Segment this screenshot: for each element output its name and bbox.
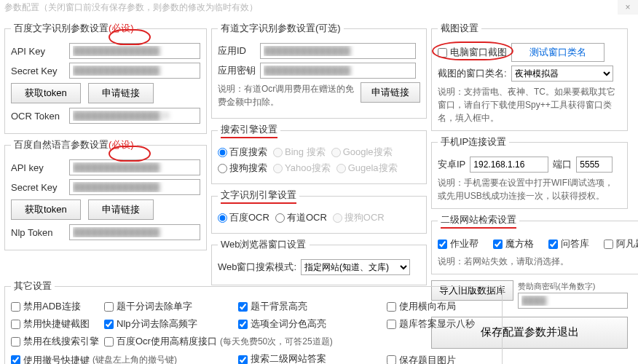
screenshot-group: 截图设置 电脑窗口截图 测试窗口类名 截图的窗口类名: 夜神模拟器 说明：支持雷…	[431, 22, 628, 131]
baidu-ocr-token-input[interactable]	[69, 108, 200, 124]
cb-mofangge[interactable]: 魔方格	[493, 237, 544, 250]
radio-yahoo-search: Yahoo搜索	[273, 162, 331, 175]
secondary-site-group: 二级网站检索设置 作业帮 魔方格 问答库 阿凡题 说明：若网站失效，请取消选择。	[431, 213, 638, 274]
baidu-ocr-token-label: OCR Token	[11, 111, 65, 122]
radio-sogou-ocr: 搜狗OCR	[333, 211, 385, 224]
ocr-engine-legend: 文字识别引擎设置	[218, 189, 299, 204]
radio-youdao-ocr[interactable]: 有道OCR	[275, 211, 327, 224]
sponsor-label: 赞助商密码(半角数字)	[518, 280, 628, 293]
baidu-nlp-get-token-button[interactable]: 获取token	[11, 199, 81, 220]
cb-answer-8s[interactable]: 题库答案显示八秒	[387, 317, 496, 331]
screenshot-legend: 截图设置	[438, 22, 481, 35]
youdao-legend: 有道文字识别参数设置(可选)	[218, 22, 344, 35]
baidu-ocr-apply-link-button[interactable]: 申请链接	[88, 83, 154, 103]
baidu-nlp-group: 百度自然语言参数设置(必设) API key Secret Key 获取toke…	[4, 138, 207, 250]
titlebar: 参数配置（关闭窗口前没有保存参数，则参数的修改为临时有效） ×	[0, 0, 638, 16]
cb-window-capture[interactable]: 电脑窗口截图	[438, 46, 507, 59]
ocr-engine-group: 文字识别引擎设置 百度OCR 有道OCR 搜狗OCR	[211, 189, 427, 234]
sponsor-input[interactable]	[518, 293, 628, 309]
cb-undo-hotkey[interactable]: 使用撤号快捷键(键盘左上角的撤号键)	[11, 352, 235, 364]
cb-zuoyebang[interactable]: 作业帮	[438, 237, 489, 250]
android-ip-input[interactable]	[470, 157, 548, 173]
port-input[interactable]	[576, 157, 613, 173]
cb-nlp-remove-high[interactable]: Nlp分词去除高频字	[104, 317, 235, 331]
close-icon[interactable]: ×	[618, 0, 638, 15]
radio-baidu-ocr[interactable]: 百度OCR	[218, 211, 269, 224]
cb-disable-adb[interactable]: 禁用ADB连接	[11, 300, 101, 313]
baidu-nlp-secret-input[interactable]	[69, 179, 200, 195]
cb-disable-hotkey-shot[interactable]: 禁用快捷键截图	[11, 317, 101, 331]
baidu-nlp-apikey-label: API key	[11, 162, 65, 173]
baidu-nlp-apply-link-button[interactable]: 申请链接	[88, 199, 154, 220]
baidu-ocr-secret-input[interactable]	[69, 63, 200, 79]
baidu-ocr-get-token-button[interactable]: 获取token	[11, 83, 81, 103]
baidu-ocr-legend: 百度文字识别参数设置(必设)	[11, 22, 137, 35]
youdao-appkey-label: 应用密钥	[218, 64, 256, 77]
youdao-appkey-input[interactable]	[260, 63, 416, 79]
radio-baidu-search[interactable]: 百度搜索	[218, 146, 267, 159]
youdao-appid-label: 应用ID	[218, 44, 256, 58]
youdao-note: 说明：有道Ocr调用费用在赠送的免费金额中扣除。	[218, 82, 356, 108]
misc-group: 其它设置 禁用ADB连接 题干分词去除单字 题干背景高亮 使用横向布局 禁用快捷…	[4, 280, 503, 364]
baidu-nlp-legend: 百度自然语言参数设置(必设)	[11, 138, 137, 151]
cb-q-remove-word[interactable]: 题干分词去除单字	[104, 300, 235, 313]
baidu-ocr-apikey-label: API Key	[11, 46, 65, 57]
youdao-appid-input[interactable]	[260, 43, 416, 59]
baidu-ocr-apikey-input[interactable]	[69, 43, 200, 59]
phone-ip-group: 手机IP连接设置 安卓IP 端口 说明：手机需要在设置中打开WIFI调试选项，或…	[431, 135, 628, 209]
cb-save-question[interactable]: 保存题目图片	[387, 352, 496, 364]
cb-q-bg-highlight[interactable]: 题干背景高亮	[238, 300, 384, 313]
youdao-group: 有道文字识别参数设置(可选) 应用ID 应用密钥 说明：有道Ocr调用费用在赠送…	[211, 22, 427, 119]
screenshot-note: 说明：支持雷电、夜神、TC。如果要截取其它窗口，请自行下载使用Spy++工具获得…	[438, 85, 621, 124]
baidu-ocr-secret-label: Secret Key	[11, 66, 65, 76]
baidu-nlp-apikey-input[interactable]	[69, 159, 200, 175]
web-browser-legend: Web浏览器窗口设置	[218, 238, 310, 251]
baidu-nlp-token-input[interactable]	[69, 224, 200, 240]
web-mode-label: Web窗口搜索模式:	[218, 261, 296, 274]
misc-legend: 其它设置	[11, 280, 55, 293]
cb-horizontal-layout[interactable]: 使用横向布局	[387, 300, 496, 313]
test-window-class-button[interactable]: 测试窗口类名	[511, 43, 604, 62]
window-class-select[interactable]: 夜神模拟器	[511, 66, 613, 82]
phone-ip-note: 说明：手机需要在设置中打开WIFI调试选项，或先用USB线成功连接一次，以获得授…	[438, 176, 621, 202]
secondary-site-note: 说明：若网站失效，请取消选择。	[438, 255, 638, 268]
radio-google-search: Google搜索	[331, 146, 393, 159]
port-label: 端口	[553, 158, 572, 171]
radio-bing-search: Bing 搜索	[273, 146, 326, 159]
cb-option-color-highlight[interactable]: 选项全词分色高亮	[238, 317, 384, 331]
youdao-apply-link-button[interactable]: 申请链接	[361, 82, 420, 103]
window-class-label: 截图的窗口类名:	[438, 67, 507, 80]
radio-gugela-search: Gugela搜索	[336, 162, 398, 175]
baidu-ocr-group: 百度文字识别参数设置(必设) API Key Secret Key 获取toke…	[4, 22, 207, 134]
phone-ip-legend: 手机IP连接设置	[438, 135, 509, 149]
cb-baidu-high-precision[interactable]: 百度Ocr使用高精度接口(每天免费50次，可答25道题)	[104, 335, 384, 348]
web-browser-group: Web浏览器窗口设置 Web窗口搜索模式: 指定网站(知道、文库)	[211, 238, 427, 285]
cb-wendaku[interactable]: 问答库	[548, 237, 599, 250]
radio-sogou-search[interactable]: 搜狗搜索	[218, 162, 267, 175]
baidu-nlp-secret-label: Secret Key	[11, 182, 65, 193]
cb-afanti[interactable]: 阿凡题	[604, 237, 638, 250]
android-ip-label: 安卓IP	[438, 158, 465, 171]
cb-disable-online-search[interactable]: 禁用在线搜索引擎	[11, 335, 101, 348]
web-mode-select[interactable]: 指定网站(知道、文库)	[301, 259, 410, 275]
cb-search-secondary[interactable]: 搜索二级网站答案	[238, 352, 384, 364]
secondary-site-legend: 二级网站检索设置	[438, 213, 519, 229]
search-engine-group: 搜索引擎设置 百度搜索 Bing 搜索 Google搜索 搜狗搜索 Yahoo搜…	[211, 123, 427, 184]
window-title: 参数配置（关闭窗口前没有保存参数，则参数的修改为临时有效）	[4, 2, 258, 12]
baidu-nlp-token-label: Nlp Token	[11, 227, 65, 238]
search-engine-legend: 搜索引擎设置	[218, 123, 280, 138]
